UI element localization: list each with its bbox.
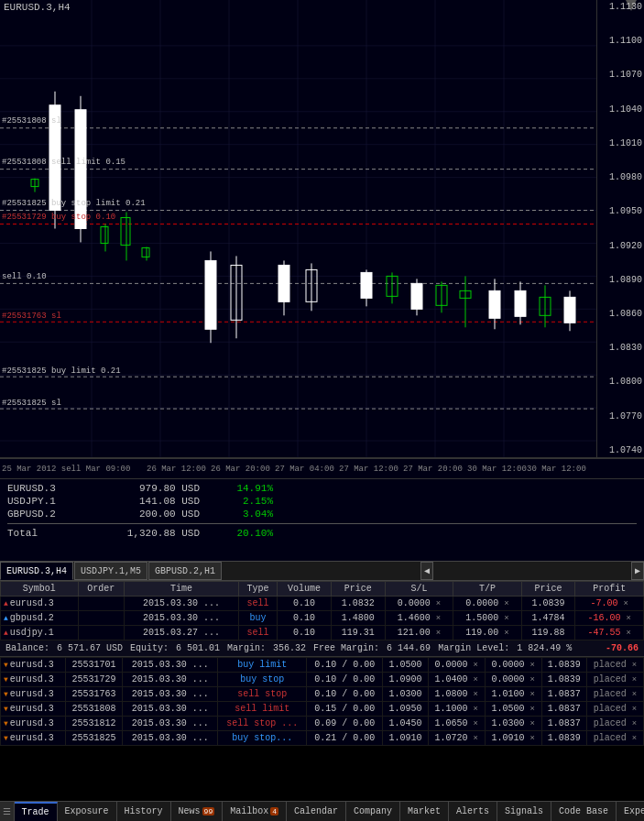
order-label-buystop-825: #25531825 buy stop limit 0.21 xyxy=(2,199,146,208)
svg-rect-61 xyxy=(515,290,526,316)
equity-label: Equity: xyxy=(130,643,169,653)
balance-label: Balance: xyxy=(5,643,49,653)
trade-table-header: Symbol Order Time Type Volume Price S/L … xyxy=(1,582,644,597)
pending-sl: 1.1000 × xyxy=(428,702,485,717)
pending-order-row: ▼ eurusd.3 25531729 2015.03.30 ... buy s… xyxy=(1,673,644,687)
pending-symbol: ▼ eurusd.3 xyxy=(1,687,66,702)
bottom-tab-trade[interactable]: Trade xyxy=(15,802,58,822)
pending-curprice: 1.0839 xyxy=(541,731,586,746)
svg-rect-41 xyxy=(205,260,216,329)
pending-order: 25531763 xyxy=(65,687,123,702)
trade-profit: -7.00 × xyxy=(575,597,644,611)
price-1: 1.1130 xyxy=(597,2,644,12)
pending-status: placed × xyxy=(586,717,643,731)
order-label-sl-763: #25531763 sl xyxy=(2,312,61,321)
pending-time: 2015.03.30 ... xyxy=(123,687,218,702)
toolbox-button[interactable]: ☰ xyxy=(0,802,15,822)
pending-symbol: ▼ eurusd.3 xyxy=(1,702,66,717)
pending-volume: 0.21 / 0.00 xyxy=(307,731,383,746)
bottom-tab-expert[interactable]: Expert xyxy=(617,802,644,822)
summary-amount-gbpusd: 200.00 USD xyxy=(90,509,200,520)
summary-total-label: Total xyxy=(7,528,90,539)
pending-volume: 0.10 / 0.00 xyxy=(307,687,383,702)
pending-status: placed × xyxy=(586,658,643,673)
pending-price: 1.0450 xyxy=(383,717,428,731)
pending-order: 25531825 xyxy=(65,731,123,746)
pending-time: 2015.03.30 ... xyxy=(123,702,218,717)
margin-level-value: 1 824.49 % xyxy=(517,643,572,653)
chart-tab-usdjpy[interactable]: USDJPY.1,M5 xyxy=(74,562,147,580)
pending-volume: 0.09 / 0.00 xyxy=(307,717,383,731)
pending-price: 1.0910 xyxy=(383,731,428,746)
free-margin-value: 6 144.69 xyxy=(387,643,431,653)
pending-time: 2015.03.30 ... xyxy=(123,731,218,746)
chart-tab-eurusd-label: EURUSD.3,H4 xyxy=(6,566,67,576)
col-price: Price xyxy=(331,582,385,597)
trade-time: 2015.03.27 ... xyxy=(125,626,239,640)
trade-time: 2015.03.30 ... xyxy=(125,597,239,611)
summary-amount-usdjpy: 141.08 USD xyxy=(90,496,200,507)
tab-nav-right[interactable]: ▶ xyxy=(631,562,644,580)
trade-order xyxy=(78,611,125,626)
badge-mailbox: 4 xyxy=(270,807,278,816)
bottom-tab-history[interactable]: History xyxy=(117,802,171,822)
pending-sl: 1.0650 × xyxy=(428,717,485,731)
price-3: 1.1070 xyxy=(597,70,644,80)
pending-symbol: ▼ eurusd.3 xyxy=(1,731,66,746)
time-label-7: 30 Mar 12:00 xyxy=(467,465,527,474)
pending-type: buy stop xyxy=(218,673,307,687)
order-label-sell010: sell 0.10 xyxy=(2,272,47,281)
summary-pct-eurusd: 14.91% xyxy=(200,483,273,494)
time-label-2: 26 Mar 12:00 xyxy=(147,465,206,474)
summary-symbol-eurusd: EURUSD.3 xyxy=(7,483,90,494)
pending-type: buy limit xyxy=(218,658,307,673)
svg-rect-37 xyxy=(121,218,130,246)
summary-amount-eurusd: 979.80 USD xyxy=(90,483,200,494)
margin-label: Margin: xyxy=(227,643,266,653)
pending-price: 1.0950 xyxy=(383,702,428,717)
trade-table-area: Symbol Order Time Type Volume Price S/L … xyxy=(0,581,644,746)
time-label-1: 25 Mar 2012 sell Mar 09:00 xyxy=(2,465,130,474)
tab-nav-left[interactable]: ◀ xyxy=(420,562,433,580)
bottom-tab-news[interactable]: News99 xyxy=(171,802,224,822)
summary-row-eurusd: EURUSD.3 979.80 USD 14.91% xyxy=(7,483,637,494)
price-5: 1.1010 xyxy=(597,138,644,148)
bottom-tab-calendar[interactable]: Calendar xyxy=(287,802,346,822)
bottom-tab-code-base[interactable]: Code Base xyxy=(551,802,617,822)
trade-sl: 121.00 × xyxy=(385,626,453,640)
trade-profit: -16.00 × xyxy=(575,611,644,626)
bottom-tab-alerts[interactable]: Alerts xyxy=(449,802,497,822)
pending-orders-body: ▼ eurusd.3 25531701 2015.03.30 ... buy l… xyxy=(1,658,644,746)
svg-rect-59 xyxy=(489,290,500,318)
trade-time: 2015.03.30 ... xyxy=(125,611,239,626)
pending-status: placed × xyxy=(586,702,643,717)
trade-sl: 0.0000 × xyxy=(385,597,453,611)
chart-tab-gbpusd[interactable]: GBPUSD.2,H1 xyxy=(148,562,222,580)
price-4: 1.1040 xyxy=(597,104,644,115)
trade-table: Symbol Order Time Type Volume Price S/L … xyxy=(0,581,644,640)
order-label-sl-808: #25531808 sl xyxy=(2,116,61,126)
trade-tp: 0.0000 × xyxy=(453,597,521,611)
bottom-tab-mailbox[interactable]: Mailbox4 xyxy=(223,802,287,822)
pending-price: 1.0300 xyxy=(383,687,428,702)
time-label-8: 30 Mar 12:00 xyxy=(527,465,586,474)
summary-symbol-usdjpy: USDJPY.1 xyxy=(7,496,90,507)
margin-level-label: Margin Level: xyxy=(438,643,509,653)
trade-volume: 0.10 xyxy=(278,611,332,626)
trade-tp: 119.00 × xyxy=(453,626,521,640)
pending-sl: 1.0400 × xyxy=(428,673,485,687)
chart-tab-eurusd[interactable]: EURUSD.3,H4 xyxy=(0,562,73,580)
price-8: 1.0920 xyxy=(597,241,644,251)
price-14: 1.0740 xyxy=(597,445,644,455)
pending-curprice: 1.0837 xyxy=(541,687,586,702)
col-symbol: Symbol xyxy=(1,582,79,597)
order-label-buystop-729: #25531729 buy stop 0.10 xyxy=(2,213,115,222)
summary-row-total: Total 1,320.88 USD 20.10% xyxy=(7,523,637,539)
price-13: 1.0770 xyxy=(597,411,644,421)
pending-volume: 0.15 / 0.00 xyxy=(307,702,383,717)
bottom-tab-company[interactable]: Company xyxy=(346,802,400,822)
bottom-tab-market[interactable]: Market xyxy=(400,802,449,822)
bottom-tab-exposure[interactable]: Exposure xyxy=(58,802,117,822)
bottom-tab-signals[interactable]: Signals xyxy=(497,802,551,822)
equity-value: 6 501.01 xyxy=(176,643,220,653)
